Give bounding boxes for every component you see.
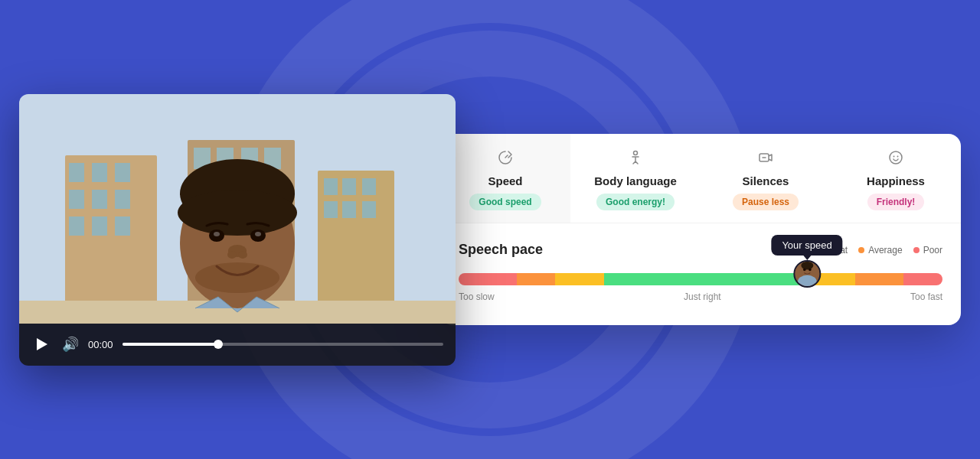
legend-label-poor: Poor [923,245,942,256]
play-button[interactable] [31,334,53,355]
speed-icon [452,149,558,170]
svg-rect-6 [92,190,107,209]
tab-silences[interactable]: Silences Pause less [701,134,831,223]
your-speed-tooltip: Your speed [771,235,842,256]
bar-segment-too-slow-poor [459,273,517,285]
svg-rect-2 [69,163,84,182]
svg-rect-5 [69,190,84,209]
legend-dot-average [858,247,864,253]
video-controls: 🔊 00:00 [19,324,456,366]
label-too-slow: Too slow [459,291,495,302]
section-header: Speech pace Great Average Poor [459,242,942,258]
bar-segment-too-fast-poor [903,273,942,285]
volume-icon[interactable]: 🔊 [62,336,79,353]
analytics-panel: Speed Good speed Body language Good ener… [440,134,961,325]
video-panel: 🔊 00:00 [19,94,456,366]
tab-speed-badge: Good speed [469,194,541,210]
svg-point-54 [803,269,806,272]
legend-label-average: Average [868,245,902,256]
progress-fill [122,343,219,346]
tab-body-language-title: Body language [583,174,688,187]
svg-point-43 [238,251,247,259]
happiness-icon [843,149,949,170]
svg-rect-4 [115,163,130,182]
svg-rect-7 [115,190,130,209]
svg-rect-26 [342,178,356,195]
svg-point-44 [195,262,279,293]
silences-icon [713,149,818,170]
tab-body-language[interactable]: Body language Good energy! [570,134,701,223]
svg-rect-27 [362,178,376,195]
tabs-row: Speed Good speed Body language Good ener… [440,134,961,223]
svg-point-49 [897,156,899,158]
svg-point-36 [178,190,297,236]
svg-point-40 [255,232,261,236]
tab-happiness-title: Happiness [843,174,949,187]
progress-thumb [214,340,223,349]
svg-rect-30 [362,201,376,218]
svg-rect-9 [92,216,107,236]
legend-average: Average [858,245,902,256]
tab-speed[interactable]: Speed Good speed [440,134,570,223]
section-title: Speech pace [459,242,543,258]
avatar-svg [795,260,819,286]
label-just-right: Just right [684,291,721,302]
legend-dot-poor [913,247,920,253]
speed-bar [459,273,942,285]
svg-rect-25 [324,178,338,195]
svg-point-42 [227,251,237,259]
svg-point-47 [890,151,902,164]
user-avatar [793,260,821,288]
svg-rect-10 [115,216,130,236]
bar-labels: Too slow Just right Too fast [459,291,942,302]
time-display: 00:00 [88,339,113,350]
svg-point-45 [634,151,638,155]
svg-point-52 [801,262,813,270]
tab-happiness[interactable]: Happiness Friendly! [831,134,961,223]
body-language-icon [583,149,688,170]
tab-silences-title: Silences [713,174,818,187]
bar-segment-too-fast-avg [855,273,903,285]
label-too-fast: Too fast [910,291,942,302]
svg-point-48 [893,156,895,158]
svg-point-39 [214,232,220,236]
content-wrapper: 🔊 00:00 Speed Good speed [19,94,961,366]
legend-poor: Poor [913,245,942,256]
tab-body-language-badge: Good energy! [596,194,675,210]
tab-speed-title: Speed [452,174,558,187]
speech-pace-section: Speech pace Great Average Poor [440,223,961,325]
progress-bar[interactable] [122,343,443,346]
svg-point-55 [808,269,812,272]
video-scene [19,94,456,324]
bar-segment-too-slow-avg [517,273,556,285]
svg-rect-28 [324,201,338,218]
svg-rect-3 [92,163,107,182]
tab-silences-badge: Pause less [733,194,799,210]
svg-rect-29 [342,201,356,218]
tab-happiness-badge: Friendly! [867,194,925,210]
play-icon [37,338,47,350]
speed-bar-wrapper: Your speed [459,273,942,302]
svg-rect-8 [69,216,84,236]
video-background [19,94,456,324]
bar-segment-transition-left [555,273,603,285]
avatar-tooltip-container: Your speed [771,235,842,288]
